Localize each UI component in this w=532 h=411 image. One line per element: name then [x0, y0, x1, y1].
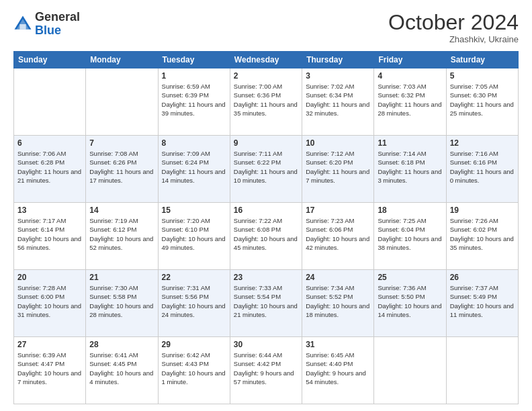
calendar-week-4: 20Sunrise: 7:28 AM Sunset: 6:00 PM Dayli… — [14, 270, 519, 337]
weekday-header-row: SundayMondayTuesdayWednesdayThursdayFrid… — [14, 52, 519, 68]
day-detail: Sunrise: 7:11 AM Sunset: 6:22 PM Dayligh… — [234, 149, 298, 185]
calendar-cell: 4Sunrise: 7:03 AM Sunset: 6:32 PM Daylig… — [374, 68, 446, 136]
day-detail: Sunrise: 7:16 AM Sunset: 6:16 PM Dayligh… — [450, 149, 515, 185]
logo-general: General — [35, 10, 80, 24]
calendar-cell: 28Sunrise: 6:41 AM Sunset: 4:45 PM Dayli… — [86, 337, 158, 404]
day-number: 10 — [306, 138, 370, 148]
svg-rect-2 — [19, 24, 26, 30]
day-detail: Sunrise: 7:12 AM Sunset: 6:20 PM Dayligh… — [306, 149, 370, 185]
calendar-cell: 20Sunrise: 7:28 AM Sunset: 6:00 PM Dayli… — [14, 270, 86, 337]
day-detail: Sunrise: 7:28 AM Sunset: 6:00 PM Dayligh… — [17, 283, 82, 319]
calendar-week-2: 6Sunrise: 7:06 AM Sunset: 6:28 PM Daylig… — [14, 136, 519, 203]
calendar-cell: 24Sunrise: 7:34 AM Sunset: 5:52 PM Dayli… — [302, 270, 374, 337]
calendar-cell: 16Sunrise: 7:22 AM Sunset: 6:08 PM Dayli… — [230, 203, 302, 270]
calendar-cell: 30Sunrise: 6:44 AM Sunset: 4:42 PM Dayli… — [230, 337, 302, 404]
day-detail: Sunrise: 7:26 AM Sunset: 6:02 PM Dayligh… — [450, 216, 515, 252]
day-detail: Sunrise: 7:33 AM Sunset: 5:54 PM Dayligh… — [234, 283, 298, 319]
day-detail: Sunrise: 6:41 AM Sunset: 4:45 PM Dayligh… — [89, 351, 154, 386]
day-number: 14 — [89, 205, 154, 215]
logo-text: General Blue — [35, 11, 80, 38]
day-detail: Sunrise: 7:22 AM Sunset: 6:08 PM Dayligh… — [234, 216, 298, 252]
calendar-cell: 27Sunrise: 6:39 AM Sunset: 4:47 PM Dayli… — [14, 337, 86, 404]
logo-icon — [13, 15, 32, 34]
day-number: 8 — [162, 138, 226, 148]
day-number: 4 — [378, 71, 442, 81]
day-detail: Sunrise: 7:05 AM Sunset: 6:30 PM Dayligh… — [450, 82, 515, 118]
day-detail: Sunrise: 6:42 AM Sunset: 4:43 PM Dayligh… — [162, 351, 226, 386]
calendar-cell: 31Sunrise: 6:45 AM Sunset: 4:40 PM Dayli… — [302, 337, 374, 404]
month-title: October 2024 — [388, 11, 519, 34]
day-number: 7 — [89, 138, 154, 148]
calendar-cell: 2Sunrise: 7:00 AM Sunset: 6:36 PM Daylig… — [230, 68, 302, 136]
logo: General Blue — [13, 11, 80, 38]
calendar-week-3: 13Sunrise: 7:17 AM Sunset: 6:14 PM Dayli… — [14, 203, 519, 270]
calendar-week-5: 27Sunrise: 6:39 AM Sunset: 4:47 PM Dayli… — [14, 337, 519, 404]
day-detail: Sunrise: 7:20 AM Sunset: 6:10 PM Dayligh… — [162, 216, 226, 252]
day-number: 28 — [89, 340, 154, 349]
calendar-cell: 29Sunrise: 6:42 AM Sunset: 4:43 PM Dayli… — [158, 337, 230, 404]
day-detail: Sunrise: 7:19 AM Sunset: 6:12 PM Dayligh… — [89, 216, 154, 252]
calendar-cell: 10Sunrise: 7:12 AM Sunset: 6:20 PM Dayli… — [302, 136, 374, 203]
day-detail: Sunrise: 7:36 AM Sunset: 5:50 PM Dayligh… — [378, 283, 442, 319]
day-number: 5 — [450, 71, 515, 81]
day-number: 19 — [450, 205, 515, 215]
weekday-header-tuesday: Tuesday — [158, 52, 230, 68]
weekday-header-friday: Friday — [374, 52, 446, 68]
day-number: 23 — [234, 273, 298, 282]
day-number: 29 — [162, 340, 226, 349]
day-detail: Sunrise: 6:59 AM Sunset: 6:39 PM Dayligh… — [162, 82, 226, 118]
day-number: 15 — [162, 205, 226, 215]
day-detail: Sunrise: 7:02 AM Sunset: 6:34 PM Dayligh… — [306, 82, 370, 118]
day-detail: Sunrise: 7:08 AM Sunset: 6:26 PM Dayligh… — [89, 149, 154, 185]
day-number: 22 — [162, 273, 226, 282]
header: General Blue October 2024 Zhashkiv, Ukra… — [13, 11, 519, 44]
day-number: 6 — [17, 138, 82, 148]
calendar-cell — [14, 68, 86, 136]
day-number: 1 — [162, 71, 226, 81]
day-detail: Sunrise: 7:14 AM Sunset: 6:18 PM Dayligh… — [378, 149, 442, 185]
calendar-cell: 1Sunrise: 6:59 AM Sunset: 6:39 PM Daylig… — [158, 68, 230, 136]
calendar-table: SundayMondayTuesdayWednesdayThursdayFrid… — [13, 51, 519, 404]
day-number: 31 — [306, 340, 370, 349]
weekday-header-sunday: Sunday — [14, 52, 86, 68]
calendar-cell: 8Sunrise: 7:09 AM Sunset: 6:24 PM Daylig… — [158, 136, 230, 203]
calendar-week-1: 1Sunrise: 6:59 AM Sunset: 6:39 PM Daylig… — [14, 68, 519, 136]
day-number: 12 — [450, 138, 515, 148]
calendar-cell: 15Sunrise: 7:20 AM Sunset: 6:10 PM Dayli… — [158, 203, 230, 270]
calendar-cell: 25Sunrise: 7:36 AM Sunset: 5:50 PM Dayli… — [374, 270, 446, 337]
day-detail: Sunrise: 7:00 AM Sunset: 6:36 PM Dayligh… — [234, 82, 298, 118]
day-detail: Sunrise: 7:03 AM Sunset: 6:32 PM Dayligh… — [378, 82, 442, 118]
calendar-cell: 6Sunrise: 7:06 AM Sunset: 6:28 PM Daylig… — [14, 136, 86, 203]
day-detail: Sunrise: 6:39 AM Sunset: 4:47 PM Dayligh… — [17, 351, 82, 386]
calendar-cell: 12Sunrise: 7:16 AM Sunset: 6:16 PM Dayli… — [446, 136, 518, 203]
day-number: 9 — [234, 138, 298, 148]
day-number: 17 — [306, 205, 370, 215]
day-number: 16 — [234, 205, 298, 215]
day-number: 18 — [378, 205, 442, 215]
day-detail: Sunrise: 7:37 AM Sunset: 5:49 PM Dayligh… — [450, 283, 515, 319]
day-number: 20 — [17, 273, 82, 282]
calendar-cell: 18Sunrise: 7:25 AM Sunset: 6:04 PM Dayli… — [374, 203, 446, 270]
weekday-header-monday: Monday — [86, 52, 158, 68]
day-number: 13 — [17, 205, 82, 215]
day-number: 30 — [234, 340, 298, 349]
day-detail: Sunrise: 7:31 AM Sunset: 5:56 PM Dayligh… — [162, 283, 226, 319]
calendar-cell: 22Sunrise: 7:31 AM Sunset: 5:56 PM Dayli… — [158, 270, 230, 337]
day-number: 21 — [89, 273, 154, 282]
day-detail: Sunrise: 7:34 AM Sunset: 5:52 PM Dayligh… — [306, 283, 370, 319]
calendar-cell — [86, 68, 158, 136]
weekday-header-saturday: Saturday — [446, 52, 518, 68]
calendar-cell: 23Sunrise: 7:33 AM Sunset: 5:54 PM Dayli… — [230, 270, 302, 337]
day-detail: Sunrise: 7:23 AM Sunset: 6:06 PM Dayligh… — [306, 216, 370, 252]
day-number: 2 — [234, 71, 298, 81]
day-detail: Sunrise: 6:45 AM Sunset: 4:40 PM Dayligh… — [306, 351, 370, 386]
day-number: 27 — [17, 340, 82, 349]
weekday-header-thursday: Thursday — [302, 52, 374, 68]
calendar-cell: 21Sunrise: 7:30 AM Sunset: 5:58 PM Dayli… — [86, 270, 158, 337]
day-detail: Sunrise: 7:30 AM Sunset: 5:58 PM Dayligh… — [89, 283, 154, 319]
day-number: 25 — [378, 273, 442, 282]
day-detail: Sunrise: 7:06 AM Sunset: 6:28 PM Dayligh… — [17, 149, 82, 185]
calendar-cell — [374, 337, 446, 404]
calendar-cell: 26Sunrise: 7:37 AM Sunset: 5:49 PM Dayli… — [446, 270, 518, 337]
day-detail: Sunrise: 6:44 AM Sunset: 4:42 PM Dayligh… — [234, 351, 298, 386]
